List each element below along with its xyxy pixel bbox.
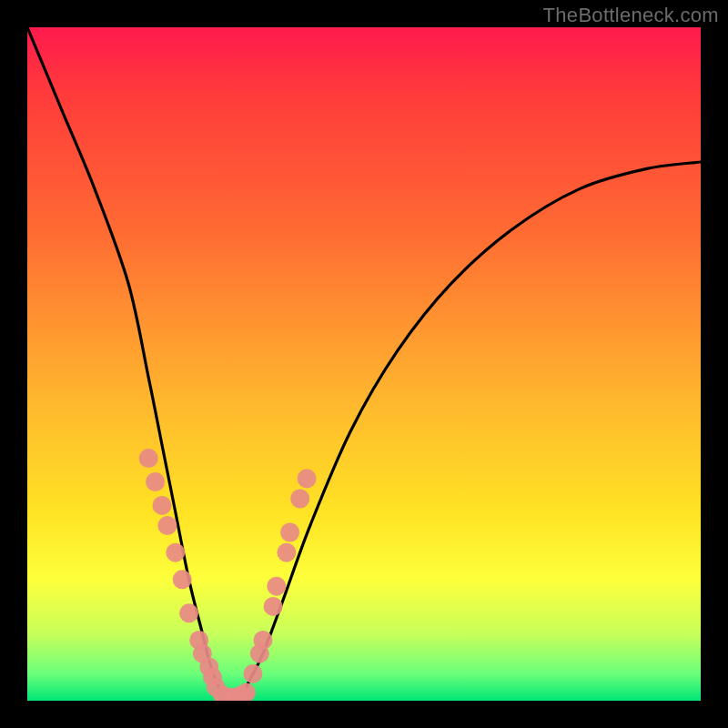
bottleneck-curve — [27, 27, 701, 701]
marker-dot — [146, 472, 165, 491]
plot-area — [27, 27, 701, 701]
marker-dot — [139, 449, 158, 468]
marker-dot — [254, 631, 273, 650]
marker-dot — [264, 597, 283, 616]
marker-dot — [237, 683, 256, 701]
marker-dot — [153, 496, 172, 515]
marker-dot — [267, 577, 286, 596]
marker-dot — [157, 516, 177, 535]
marker-dot — [277, 543, 296, 562]
chart-frame: TheBottleneck.com — [0, 0, 728, 728]
marker-dot — [280, 523, 299, 542]
marker-dot — [179, 603, 198, 622]
marker-dot — [243, 664, 262, 683]
marker-dot — [298, 469, 317, 488]
curve-markers — [139, 449, 317, 701]
watermark-text: TheBottleneck.com — [543, 4, 719, 27]
marker-dot — [290, 490, 309, 509]
marker-dot — [166, 543, 185, 562]
marker-dot — [173, 570, 192, 589]
curve-svg — [27, 27, 701, 701]
